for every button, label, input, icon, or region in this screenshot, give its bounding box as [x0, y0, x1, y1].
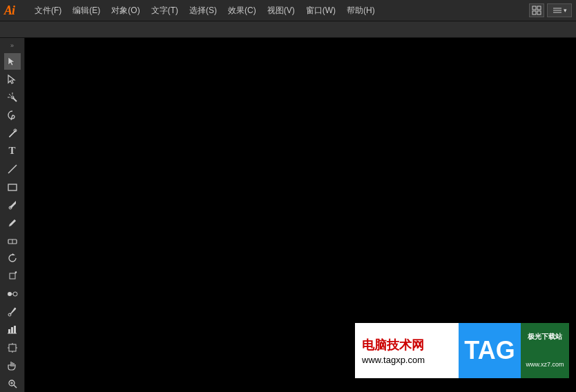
workspace-button[interactable]: ▾	[547, 3, 572, 17]
menu-effect[interactable]: 效果(C)	[222, 2, 262, 19]
watermark-tag-text: TAG	[464, 336, 515, 365]
svg-rect-2	[532, 11, 536, 14]
rotate-tool[interactable]	[4, 250, 21, 266]
options-bar	[0, 21, 576, 38]
toolbar: »	[0, 38, 25, 392]
svg-marker-22	[12, 253, 15, 255]
watermark-brand-top: 极光下载站	[521, 323, 569, 351]
svg-rect-23	[10, 273, 15, 279]
svg-rect-0	[532, 6, 536, 10]
watermark-url: www.tagxp.com	[362, 355, 452, 365]
menu-help[interactable]: 帮助(H)	[341, 2, 381, 19]
svg-rect-31	[11, 327, 13, 333]
canvas-area[interactable]: 电脑技术网 www.tagxp.com TAG 极光下载站 www.xz7.co…	[25, 38, 576, 392]
menu-bar: 文件(F) 编辑(E) 对象(O) 文字(T) 选择(S) 效果(C) 视图(V…	[29, 2, 524, 19]
rectangle-tool[interactable]	[4, 179, 21, 195]
scale-tool[interactable]	[4, 268, 21, 284]
paintbrush-tool[interactable]	[4, 197, 21, 213]
eraser-tool[interactable]	[4, 233, 21, 249]
svg-marker-7	[8, 57, 15, 66]
svg-rect-17	[8, 184, 17, 190]
pencil-tool[interactable]	[4, 215, 21, 231]
watermark-brand-bottom: www.xz7.com	[521, 351, 569, 378]
menu-file[interactable]: 文件(F)	[29, 2, 67, 19]
watermark: 电脑技术网 www.tagxp.com TAG 极光下载站 www.xz7.co…	[355, 323, 569, 378]
title-bar: Ai 文件(F) 编辑(E) 对象(O) 文字(T) 选择(S) 效果(C) 视…	[0, 0, 576, 21]
selection-tool[interactable]	[4, 53, 21, 70]
blend-tool[interactable]	[4, 286, 21, 302]
arrange-button[interactable]	[529, 3, 544, 17]
lasso-tool[interactable]	[4, 107, 21, 124]
menu-object[interactable]: 对象(O)	[106, 2, 145, 19]
svg-rect-1	[537, 6, 541, 10]
svg-rect-32	[14, 326, 16, 333]
svg-marker-8	[8, 75, 15, 84]
menu-edit[interactable]: 编辑(E)	[67, 2, 106, 19]
workspace: »	[0, 38, 576, 392]
line-tool[interactable]	[4, 161, 21, 177]
svg-line-9	[12, 97, 17, 101]
svg-point-29	[8, 313, 11, 316]
hand-tool[interactable]	[4, 357, 21, 374]
menu-view[interactable]: 视图(V)	[262, 2, 300, 19]
artboard-tool[interactable]	[4, 340, 21, 356]
pen-tool[interactable]	[4, 125, 21, 141]
watermark-brand-bottom-text: www.xz7.com	[526, 361, 564, 368]
magic-wand-tool[interactable]	[4, 89, 21, 106]
menu-window[interactable]: 窗口(W)	[300, 2, 341, 19]
menu-select[interactable]: 选择(S)	[184, 2, 222, 19]
svg-line-14	[11, 115, 12, 120]
svg-rect-3	[537, 11, 541, 14]
watermark-site-name: 电脑技术网	[362, 337, 452, 353]
svg-line-12	[9, 94, 11, 96]
direct-selection-tool[interactable]	[4, 71, 21, 88]
watermark-tag: TAG	[459, 323, 521, 378]
svg-point-27	[13, 292, 17, 296]
watermark-brand-top-text: 极光下载站	[528, 332, 562, 342]
watermark-right: 极光下载站 www.xz7.com	[521, 323, 569, 378]
svg-line-16	[8, 165, 17, 173]
menu-text[interactable]: 文字(T)	[146, 2, 184, 19]
svg-rect-34	[9, 344, 16, 351]
type-tool[interactable]: T	[4, 143, 21, 159]
toolbar-expander[interactable]: »	[4, 41, 21, 50]
eyedropper-tool[interactable]	[4, 304, 21, 320]
ai-logo: Ai	[4, 3, 23, 18]
svg-point-26	[8, 292, 12, 296]
zoom-tool[interactable]	[4, 375, 21, 392]
title-bar-controls: ▾	[529, 3, 572, 17]
svg-rect-30	[8, 329, 10, 333]
watermark-left: 电脑技术网 www.tagxp.com	[355, 323, 459, 378]
graph-tool[interactable]	[4, 322, 21, 338]
svg-line-40	[14, 385, 17, 388]
